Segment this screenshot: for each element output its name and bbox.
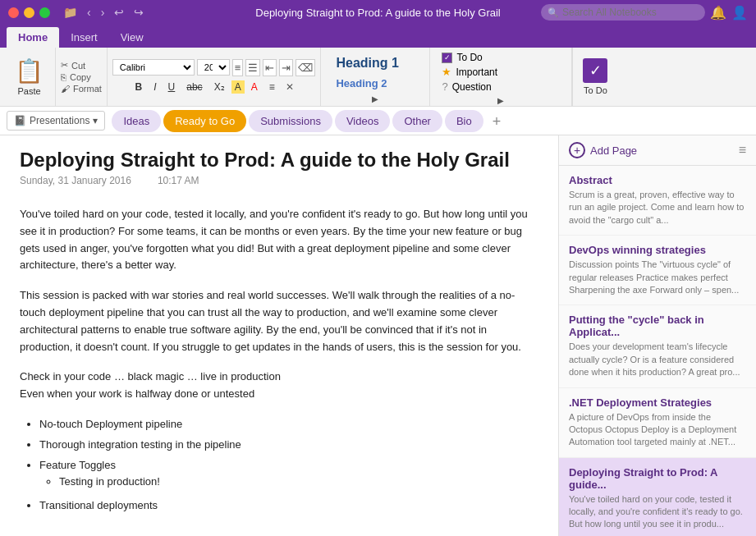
bell-icon[interactable]: 🔔 [710, 5, 726, 21]
decrease-indent-button[interactable]: ⇤ [263, 59, 277, 76]
bold-button[interactable]: B [131, 79, 148, 95]
main-area: Deploying Straight to Prod: A guide to t… [0, 135, 756, 536]
format-row: B I U abc X₂ A A ≡ ✕ [131, 79, 298, 95]
panel-item-0[interactable]: Abstract Scrum is a great, proven, effec… [559, 166, 756, 236]
styles-expand-icon[interactable]: ▶ [372, 94, 378, 103]
styles-section: Heading 1 Heading 2 [326, 51, 424, 94]
undo-icon[interactable]: ↩ [111, 4, 127, 21]
cut-button[interactable]: ✂ Cut [61, 60, 102, 71]
sub-bullet-list: Testing in production! [59, 474, 538, 491]
todo-tag[interactable]: ✓ To Do [442, 52, 560, 63]
format-icon: 🖌 [61, 84, 70, 94]
paragraph-3: Check in your code … black magic … live … [20, 369, 538, 403]
copy-button[interactable]: ⎘ Copy [61, 72, 102, 82]
tab-insert[interactable]: Insert [59, 27, 109, 48]
underline-button[interactable]: U [163, 79, 181, 95]
italic-button[interactable]: I [149, 79, 161, 95]
minimize-button[interactable] [24, 7, 34, 18]
paragraph-2: This session is packed with war stories … [20, 287, 538, 355]
panel-item-3[interactable]: .NET Deployment Strategies A picture of … [559, 388, 756, 458]
panel-item-title-3: .NET Deployment Strategies [569, 396, 746, 409]
panel-item-1[interactable]: DevOps winning strategies Discussion poi… [559, 236, 756, 305]
tab-bio[interactable]: Bio [445, 110, 483, 132]
panel-item-title-1: DevOps winning strategies [569, 244, 746, 256]
panel-item-preview-3: A picture of DevOps from inside the Octo… [569, 411, 746, 449]
font-group: Calibri 20 ≡ ☰ ⇤ ⇥ ⌫ B I U abc X₂ A A ≡ … [108, 48, 322, 106]
strikethrough-button[interactable]: abc [181, 79, 207, 95]
forward-icon[interactable]: › [98, 4, 108, 21]
list-item-4: Transitional deployments [39, 497, 538, 515]
tab-ideas[interactable]: Ideas [112, 110, 161, 132]
window-title: Deploying Straight to Prod: A guide to t… [255, 7, 500, 19]
nav-buttons: 📁 ‹ › ↩ ↪ [60, 4, 147, 21]
paste-icon: 📋 [15, 57, 44, 85]
font-color-button[interactable]: A [246, 79, 263, 95]
notebook-toggle[interactable]: 📓 Presentations ▾ [7, 111, 105, 131]
close-button[interactable] [8, 7, 19, 18]
tags-expand-icon[interactable]: ▶ [497, 96, 504, 105]
panel-menu-icon[interactable]: ≡ [739, 143, 746, 158]
align-button[interactable]: ≡ [264, 79, 280, 95]
list-item-2: Thorough integration testing in the pipe… [39, 437, 538, 454]
panel-item-2[interactable]: Putting the "cycle" back in Applicat... … [559, 305, 756, 387]
copy-icon: ⎘ [61, 72, 66, 82]
tab-home[interactable]: Home [7, 27, 59, 48]
tags-section: ✓ To Do ★ Important ? Question [435, 48, 566, 96]
ribbon: 📋 Paste ✂ Cut ⎘ Copy 🖌 Format Calibri [0, 48, 756, 107]
format-button[interactable]: 🖌 Format [61, 84, 102, 94]
notebook-icon: 📓 [14, 115, 26, 126]
bullet-list: No-touch Deployment pipeline Thorough in… [39, 416, 538, 515]
font-size-select[interactable]: 20 [197, 59, 230, 76]
search-wrapper: 🔍 [541, 4, 705, 21]
clear-format-button[interactable]: ⌫ [296, 59, 315, 76]
todo-section[interactable]: ✓ To Do [572, 48, 617, 106]
document-time: 10:17 AM [158, 175, 199, 186]
tab-videos[interactable]: Videos [335, 110, 391, 132]
cut-copy-format-group: ✂ Cut ⎘ Copy 🖌 Format [56, 48, 108, 106]
important-tag[interactable]: ★ Important [442, 66, 560, 78]
increase-indent-button[interactable]: ⇥ [279, 59, 293, 76]
list-item-1: No-touch Deployment pipeline [39, 416, 538, 433]
tab-view[interactable]: View [109, 27, 155, 48]
tab-ready[interactable]: Ready to Go [163, 110, 246, 132]
tags-group: ✓ To Do ★ Important ? Question ▶ [430, 48, 572, 106]
title-bar: 📁 ‹ › ↩ ↪ Deploying Straight to Prod: A … [0, 0, 756, 25]
eraser-button[interactable]: ✕ [282, 79, 298, 95]
title-bar-right: 🔍 🔔 👤 [541, 4, 748, 21]
highlight-button[interactable]: A [231, 80, 245, 94]
panel-item-title-4: Deploying Straight to Prod: A guide... [569, 466, 746, 491]
styles-group: Heading 1 Heading 2 ▶ [321, 48, 430, 106]
panel-item-title-2: Putting the "cycle" back in Applicat... [569, 314, 746, 338]
paragraph-1: You've toiled hard on your code, tested … [20, 206, 538, 274]
heading1-style[interactable]: Heading 1 [332, 54, 418, 72]
todo-check-icon: ✓ [583, 58, 607, 83]
tab-other[interactable]: Other [392, 110, 442, 132]
search-input[interactable] [541, 4, 705, 21]
account-icon[interactable]: 👤 [731, 5, 748, 21]
document-title: Deploying Straight to Prod: A guide to t… [20, 149, 538, 172]
numbered-list-button[interactable]: ☰ [245, 59, 260, 76]
maximize-button[interactable] [39, 7, 50, 18]
subscript-button[interactable]: X₂ [209, 79, 230, 95]
question-tag[interactable]: ? Question [442, 80, 560, 93]
font-name-select[interactable]: Calibri [112, 59, 195, 76]
star-icon: ★ [442, 66, 451, 78]
add-tab-button[interactable]: + [486, 112, 508, 132]
heading2-style[interactable]: Heading 2 [332, 76, 418, 91]
panel-item-preview-1: Discussion points The "virtuous cycle" o… [569, 259, 746, 296]
redo-icon[interactable]: ↪ [131, 4, 147, 21]
question-icon: ? [442, 80, 447, 93]
back-icon[interactable]: ‹ [84, 4, 94, 21]
folder-icon[interactable]: 📁 [60, 4, 80, 21]
add-page-button[interactable]: + Add Page [569, 142, 637, 158]
notebook-chevron-icon: ▾ [93, 115, 98, 126]
right-panel: + Add Page ≡ Abstract Scrum is a great, … [559, 135, 756, 536]
panel-item-4[interactable]: Deploying Straight to Prod: A guide... Y… [559, 458, 756, 536]
document-body[interactable]: You've toiled hard on your code, tested … [20, 206, 538, 515]
clipboard-small: ✂ Cut ⎘ Copy 🖌 Format [61, 60, 102, 94]
paste-button[interactable]: 📋 Paste [8, 56, 50, 98]
page-tabs: Ideas Ready to Go Submissions Videos Oth… [112, 110, 507, 132]
tab-submissions[interactable]: Submissions [249, 110, 332, 132]
panel-item-preview-2: Does your development team's lifecycle a… [569, 341, 746, 378]
bullet-list-button[interactable]: ≡ [232, 59, 244, 76]
